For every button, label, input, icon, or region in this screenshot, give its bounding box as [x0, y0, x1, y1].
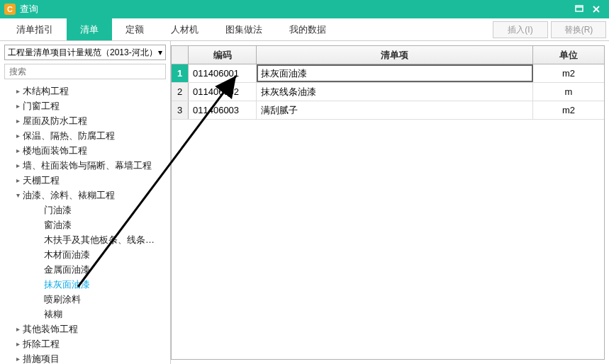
arrow-right-icon: ▸	[13, 132, 23, 140]
window-title: 查询	[20, 3, 571, 16]
tree-item[interactable]: ▸天棚工程	[0, 173, 170, 188]
table-row[interactable]: 1011406001抹灰面油漆m2	[172, 64, 604, 83]
cell-unit: m	[533, 83, 604, 101]
svg-line-3	[593, 6, 599, 12]
tree-item[interactable]: 窗油漆	[0, 217, 170, 232]
replace-button[interactable]: 替换(R)	[551, 21, 606, 38]
app-logo: C	[4, 4, 16, 15]
result-grid: 编码 清单项 单位 1011406001抹灰面油漆m22011406002抹灰线…	[171, 45, 605, 360]
tree-item-label: 裱糊	[44, 308, 62, 321]
tree-item[interactable]: ▸屋面及防水工程	[0, 113, 170, 128]
grid-header-unit: 单位	[533, 46, 604, 64]
spec-selector[interactable]: 工程量清单项目计量规范（2013-河北） ▾	[4, 45, 166, 60]
tree-item-label: 木扶手及其他板条、线条…	[44, 234, 155, 246]
tree-item-label: 门油漆	[44, 204, 72, 217]
cell-unit: m2	[533, 64, 604, 82]
tab-0[interactable]: 清单指引	[3, 18, 67, 40]
tree-item-label: 保温、隔热、防腐工程	[23, 130, 115, 142]
arrow-right-icon: ▸	[13, 161, 23, 169]
cell-item: 抹灰面油漆	[257, 64, 533, 82]
cell-num: 3	[172, 101, 189, 119]
category-tree[interactable]: ▸木结构工程▸门窗工程▸屋面及防水工程▸保温、隔热、防腐工程▸楼地面装饰工程▸墙…	[0, 82, 170, 364]
tree-item[interactable]: 抹灰面油漆	[0, 277, 170, 292]
close-button[interactable]	[588, 2, 605, 16]
tree-item[interactable]: ▸保温、隔热、防腐工程	[0, 128, 170, 143]
spec-selector-value: 工程量清单项目计量规范（2013-河北）	[8, 47, 157, 59]
cell-num: 2	[172, 83, 189, 101]
tree-item-label: 木结构工程	[23, 85, 69, 98]
tree-item[interactable]: 喷刷涂料	[0, 292, 170, 307]
arrow-right-icon: ▸	[13, 147, 23, 154]
arrow-right-icon: ▸	[13, 325, 23, 333]
cell-unit: m2	[533, 101, 604, 119]
tree-item-label: 其他装饰工程	[23, 323, 78, 336]
tab-1[interactable]: 清单	[67, 18, 112, 40]
svg-line-2	[593, 6, 599, 12]
tree-item-label: 楼地面装饰工程	[23, 144, 87, 157]
tree-item[interactable]: 木材面油漆	[0, 247, 170, 262]
arrow-right-icon: ▸	[13, 340, 23, 348]
tree-item[interactable]: ▸墙、柱面装饰与隔断、幕墙工程	[0, 158, 170, 173]
tree-item[interactable]: ▸木结构工程	[0, 84, 170, 98]
arrow-down-icon: ▾	[13, 191, 23, 199]
tree-item-label: 油漆、涂料、裱糊工程	[23, 189, 115, 202]
tree-item[interactable]: ▸措施项目	[0, 351, 170, 364]
tree-item-label: 金属面油漆	[44, 263, 90, 276]
tree-item-label: 墙、柱面装饰与隔断、幕墙工程	[23, 159, 152, 172]
grid-header-code: 编码	[189, 46, 257, 64]
table-row[interactable]: 2011406002抹灰线条油漆m	[172, 83, 604, 101]
cell-code: 011406003	[189, 101, 257, 119]
arrow-right-icon: ▸	[13, 117, 23, 125]
grid-header: 编码 清单项 单位	[172, 46, 604, 64]
tree-item-label: 木材面油漆	[44, 249, 90, 261]
tree-item[interactable]: ▸楼地面装饰工程	[0, 143, 170, 158]
grid-header-item: 清单项	[257, 46, 533, 64]
arrow-right-icon: ▸	[13, 102, 23, 110]
arrow-right-icon: ▸	[13, 87, 23, 95]
cell-item: 满刮腻子	[257, 101, 533, 119]
tree-item-label: 屋面及防水工程	[23, 115, 87, 127]
tree-item[interactable]: ▸拆除工程	[0, 336, 170, 351]
tab-5[interactable]: 我的数据	[276, 18, 340, 40]
tab-3[interactable]: 人材机	[157, 18, 212, 40]
svg-rect-0	[576, 6, 583, 11]
left-panel: 工程量清单项目计量规范（2013-河北） ▾ ▸木结构工程▸门窗工程▸屋面及防水…	[0, 41, 171, 364]
tree-item[interactable]: ▾油漆、涂料、裱糊工程	[0, 188, 170, 203]
tree-item[interactable]: 门油漆	[0, 203, 170, 217]
tree-item[interactable]: 金属面油漆	[0, 262, 170, 277]
cell-code: 011406002	[189, 83, 257, 101]
tree-item[interactable]: 裱糊	[0, 307, 170, 322]
tree-item-label: 抹灰面油漆	[44, 278, 90, 291]
tree-item-label: 拆除工程	[23, 338, 60, 351]
arrow-right-icon: ▸	[13, 355, 23, 363]
minimize-button[interactable]	[571, 2, 588, 16]
cell-code: 011406001	[189, 64, 257, 82]
cell-num: 1	[172, 64, 189, 82]
tree-item-label: 天棚工程	[23, 174, 60, 187]
insert-button[interactable]: 插入(I)	[493, 21, 548, 38]
search-input[interactable]	[4, 64, 166, 79]
cell-item: 抹灰线条油漆	[257, 83, 533, 101]
title-bar: C 查询	[0, 0, 609, 18]
tab-4[interactable]: 图集做法	[212, 18, 276, 40]
arrow-right-icon: ▸	[13, 176, 23, 184]
right-panel: 编码 清单项 单位 1011406001抹灰面油漆m22011406002抹灰线…	[171, 41, 609, 364]
grid-header-num	[172, 46, 189, 64]
tree-item[interactable]: 木扶手及其他板条、线条…	[0, 232, 170, 247]
tree-item[interactable]: ▸其他装饰工程	[0, 322, 170, 336]
tree-item-label: 喷刷涂料	[44, 293, 81, 306]
tree-item-label: 措施项目	[23, 353, 60, 365]
grid-body: 1011406001抹灰面油漆m22011406002抹灰线条油漆m301140…	[172, 64, 604, 359]
tree-item-label: 窗油漆	[44, 219, 72, 232]
table-row[interactable]: 3011406003满刮腻子m2	[172, 101, 604, 120]
main-tabs: 清单指引清单定额人材机图集做法我的数据 插入(I) 替换(R)	[0, 18, 609, 41]
chevron-down-icon: ▾	[158, 47, 162, 57]
tab-2[interactable]: 定额	[112, 18, 157, 40]
tree-item-label: 门窗工程	[23, 100, 60, 113]
tree-item[interactable]: ▸门窗工程	[0, 98, 170, 113]
